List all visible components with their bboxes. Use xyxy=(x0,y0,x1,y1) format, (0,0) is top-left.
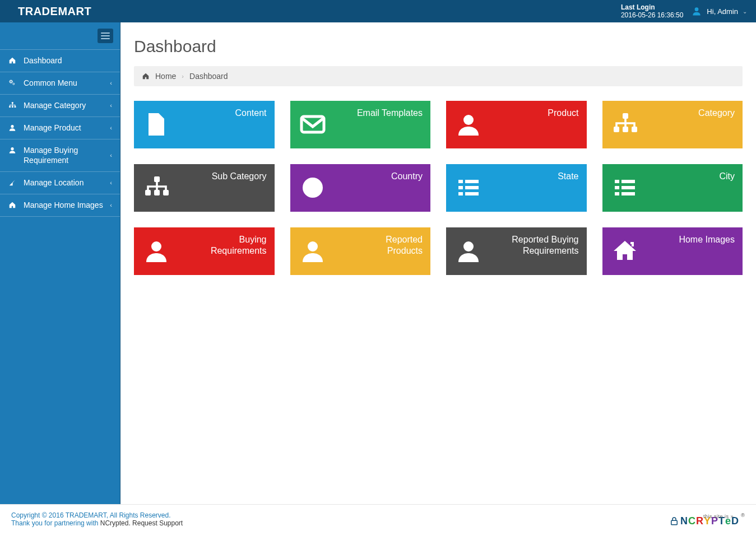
tile-category[interactable]: Category xyxy=(602,101,743,148)
chevron-left-icon: ‹ xyxy=(110,79,112,87)
sidebar: Dashboard Common Menu ‹ Manage Category … xyxy=(0,22,120,504)
chevron-left-icon: ‹ xyxy=(110,201,112,209)
brand-title: TRADEMART xyxy=(9,5,91,18)
side-nav: Dashboard Common Menu ‹ Manage Category … xyxy=(0,49,120,217)
tile-reported-buying-requirements[interactable]: Reported Buying Requirements xyxy=(446,227,587,275)
sidebar-item-dashboard[interactable]: Dashboard xyxy=(0,50,120,72)
content: Dashboard Home › Dashboard ContentEmail … xyxy=(120,22,756,504)
tile-label: Home Images xyxy=(679,234,735,245)
last-login: Last Login 2016-05-26 16:36:50 xyxy=(621,3,683,20)
chevron-down-icon: ⌄ xyxy=(743,8,747,15)
breadcrumb: Home › Dashboard xyxy=(134,66,743,86)
tile-label: City xyxy=(719,171,735,182)
user-menu[interactable]: Hi, Admin ⌄ xyxy=(691,6,747,17)
badge-tagline: this site is » xyxy=(703,514,734,519)
chevron-left-icon: ‹ xyxy=(110,101,112,110)
sidebar-item-label: Manage Home Images xyxy=(24,200,103,211)
chevron-left-icon: ‹ xyxy=(110,124,112,132)
tile-label: Product xyxy=(548,108,578,119)
location-icon xyxy=(8,179,17,187)
sidebar-item-label: Common Menu xyxy=(24,78,103,88)
list-icon xyxy=(454,173,483,202)
tile-sub-category[interactable]: Sub Category xyxy=(134,164,275,212)
menu-toggle-button[interactable] xyxy=(98,29,113,43)
tile-city[interactable]: City xyxy=(602,164,743,212)
last-login-value: 2016-05-26 16:36:50 xyxy=(621,11,683,19)
dashboard-tiles: ContentEmail TemplatesProductCategorySub… xyxy=(134,101,743,275)
last-login-label: Last Login xyxy=(621,3,655,11)
chevron-left-icon: ‹ xyxy=(110,151,112,160)
sidebar-item-label: Manage Location xyxy=(24,178,103,188)
sidebar-item-manage-home-images[interactable]: Manage Home Images ‹ xyxy=(0,194,120,216)
page-title: Dashboard xyxy=(134,37,743,56)
footer-support-link[interactable]: Request Support xyxy=(132,519,183,527)
user-greeting: Hi, Admin xyxy=(707,7,738,16)
home-icon xyxy=(142,72,150,80)
sidebar-item-label: Manage Product xyxy=(24,123,103,133)
tile-product[interactable]: Product xyxy=(446,101,587,148)
breadcrumb-home[interactable]: Home xyxy=(155,72,176,81)
menu-toggle-wrap xyxy=(0,22,120,49)
sitemap-icon xyxy=(610,110,639,139)
ncrypted-badge[interactable]: this site is » ® NCRYPTeD xyxy=(669,515,745,527)
tile-buying-requirements[interactable]: Buying Requirements xyxy=(134,227,275,275)
cogs-icon xyxy=(8,79,17,87)
home-icon xyxy=(610,236,639,265)
home-icon xyxy=(8,57,17,64)
tile-label: Reported Products xyxy=(350,234,423,257)
user-icon xyxy=(8,124,17,132)
footer-copyright: Copyright © 2016 TRADEMART, All Rights R… xyxy=(11,511,183,519)
tile-label: State xyxy=(558,171,578,182)
footer-partner-link[interactable]: NCrypted xyxy=(100,519,129,527)
footer: Copyright © 2016 TRADEMART, All Rights R… xyxy=(0,504,756,536)
user-icon xyxy=(8,146,17,154)
tile-label: Sub Category xyxy=(212,171,267,182)
tile-reported-products[interactable]: Reported Products xyxy=(290,227,431,275)
user-icon xyxy=(454,236,483,265)
tile-email-templates[interactable]: Email Templates xyxy=(290,101,431,148)
registered-mark: ® xyxy=(741,513,745,518)
sidebar-item-label: Manage Category xyxy=(24,100,103,111)
chevron-right-icon: › xyxy=(182,73,184,80)
sidebar-item-manage-product[interactable]: Manage Product ‹ xyxy=(0,117,120,139)
sidebar-item-manage-buying-requirement[interactable]: Manage Buying Requirement ‹ xyxy=(0,139,120,172)
sidebar-item-label: Dashboard xyxy=(24,55,112,66)
user-icon xyxy=(298,236,327,265)
sidebar-item-manage-location[interactable]: Manage Location ‹ xyxy=(0,172,120,194)
sidebar-item-manage-category[interactable]: Manage Category ‹ xyxy=(0,95,120,117)
topbar: TRADEMART Last Login 2016-05-26 16:36:50… xyxy=(0,0,756,22)
tile-label: Reported Buying Requirements xyxy=(506,234,578,257)
footer-thanks-prefix: Thank you for partnering with xyxy=(11,519,100,527)
file-icon xyxy=(142,110,171,139)
lock-icon xyxy=(669,515,679,527)
tile-country[interactable]: Country xyxy=(290,164,431,212)
user-icon xyxy=(142,236,171,265)
tile-label: Content xyxy=(235,108,266,119)
tile-content[interactable]: Content xyxy=(134,101,275,148)
tile-label: Country xyxy=(391,171,423,182)
tile-label: Email Templates xyxy=(357,108,423,119)
user-avatar-icon xyxy=(691,6,702,17)
tile-label: Buying Requirements xyxy=(194,234,266,257)
home-icon xyxy=(8,201,17,209)
list-icon xyxy=(610,173,639,202)
breadcrumb-current: Dashboard xyxy=(189,72,228,81)
globe-icon xyxy=(298,173,327,202)
envelope-icon xyxy=(298,110,327,139)
sitemap-icon xyxy=(142,173,171,202)
tile-label: Category xyxy=(698,108,735,119)
user-icon xyxy=(454,110,483,139)
tile-state[interactable]: State xyxy=(446,164,587,212)
chevron-left-icon: ‹ xyxy=(110,179,112,187)
tile-home-images[interactable]: Home Images xyxy=(602,227,743,275)
sidebar-item-label: Manage Buying Requirement xyxy=(24,145,103,166)
sitemap-icon xyxy=(8,101,17,109)
sidebar-item-common-menu[interactable]: Common Menu ‹ xyxy=(0,72,120,94)
